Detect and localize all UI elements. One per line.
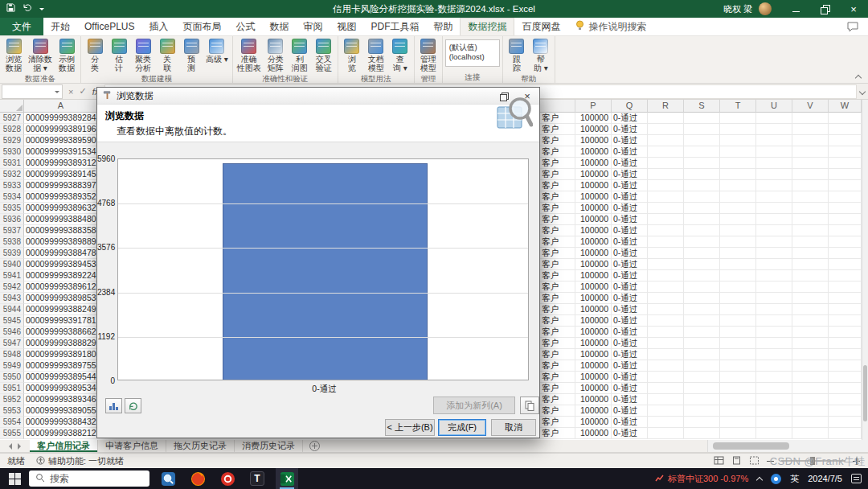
tell-me[interactable]: 操作说明搜索 xyxy=(567,18,654,35)
cell-empty[interactable] xyxy=(792,327,829,338)
cell-empty[interactable] xyxy=(792,191,829,203)
cell-empty[interactable] xyxy=(720,158,756,169)
row-number[interactable]: 5946 xyxy=(0,327,24,338)
row-number[interactable]: 5934 xyxy=(0,191,24,203)
cell-empty[interactable] xyxy=(829,214,862,225)
row-number[interactable]: 5954 xyxy=(0,417,24,428)
cell-empty[interactable] xyxy=(684,349,720,360)
row-number[interactable]: 5941 xyxy=(0,270,24,281)
cell-o-partial[interactable]: 客户 xyxy=(540,417,575,428)
cell-p[interactable]: 100000 xyxy=(575,180,612,191)
cell-o-partial[interactable]: 客户 xyxy=(540,349,575,360)
cell-empty[interactable] xyxy=(829,248,862,259)
tray-expand-icon[interactable] xyxy=(756,476,763,483)
ribbon-advanced-button[interactable]: 高级 ▾ xyxy=(204,38,230,65)
column-header-a[interactable]: A xyxy=(24,100,98,113)
formula-cancel-icon[interactable]: × xyxy=(68,87,73,97)
cell-q[interactable]: 0-通过 xyxy=(612,203,648,214)
cell-empty[interactable] xyxy=(720,281,756,293)
cell-a[interactable]: 000099999389590 xyxy=(24,135,98,146)
cell-empty[interactable] xyxy=(829,338,862,349)
cell-empty[interactable] xyxy=(648,394,684,405)
cell-empty[interactable] xyxy=(684,372,720,383)
cell-q[interactable]: 0-通过 xyxy=(612,146,648,158)
cell-p[interactable]: 100000 xyxy=(575,203,612,214)
cell-q[interactable]: 0-通过 xyxy=(612,394,648,405)
vertical-scrollbar[interactable] xyxy=(862,100,868,440)
cell-q[interactable]: 0-通过 xyxy=(612,304,648,315)
row-number[interactable]: 5945 xyxy=(0,315,24,327)
cell-empty[interactable] xyxy=(756,146,792,158)
cell-empty[interactable] xyxy=(684,191,720,203)
column-header-o-partial[interactable] xyxy=(540,100,575,113)
cell-a[interactable]: 000099999388478 xyxy=(24,248,98,259)
cell-a[interactable]: 000099999389755 xyxy=(24,360,98,372)
refresh-view-button[interactable] xyxy=(125,398,141,413)
cell-empty[interactable] xyxy=(684,304,720,315)
taskbar-search[interactable]: 搜索 xyxy=(29,471,149,487)
cell-empty[interactable] xyxy=(648,169,684,180)
finish-button[interactable]: 完成(F) xyxy=(438,419,486,436)
cell-empty[interactable] xyxy=(684,169,720,180)
vertical-scrollbar-thumb[interactable] xyxy=(863,365,867,421)
row-number[interactable]: 5927 xyxy=(0,113,24,124)
cell-o-partial[interactable]: 客户 xyxy=(540,191,575,203)
cell-empty[interactable] xyxy=(684,327,720,338)
row-number[interactable]: 5931 xyxy=(0,158,24,169)
cell-empty[interactable] xyxy=(720,259,756,270)
cell-empty[interactable] xyxy=(792,338,829,349)
cell-empty[interactable] xyxy=(720,428,756,439)
row-number[interactable]: 5949 xyxy=(0,360,24,372)
cell-empty[interactable] xyxy=(756,113,792,124)
cell-empty[interactable] xyxy=(756,304,792,315)
row-number[interactable]: 5944 xyxy=(0,304,24,315)
cell-empty[interactable] xyxy=(829,394,862,405)
cell-empty[interactable] xyxy=(792,372,829,383)
cell-a[interactable]: 000099999388358 xyxy=(24,225,98,236)
cell-empty[interactable] xyxy=(684,281,720,293)
cell-empty[interactable] xyxy=(684,236,720,248)
chart-bar[interactable] xyxy=(223,163,428,380)
cell-empty[interactable] xyxy=(829,203,862,214)
cell-o-partial[interactable]: 客户 xyxy=(540,214,575,225)
cell-a[interactable]: 000099999391781 xyxy=(24,315,98,327)
cell-empty[interactable] xyxy=(792,405,829,417)
column-header-W[interactable]: W xyxy=(829,100,862,113)
cell-empty[interactable] xyxy=(720,293,756,304)
minimize-button[interactable] xyxy=(781,0,810,18)
cell-empty[interactable] xyxy=(684,293,720,304)
cell-q[interactable]: 0-通过 xyxy=(612,124,648,135)
cell-empty[interactable] xyxy=(648,113,684,124)
cell-empty[interactable] xyxy=(684,417,720,428)
row-number[interactable]: 5929 xyxy=(0,135,24,146)
cell-a[interactable]: 000099999389055 xyxy=(24,405,98,417)
cell-p[interactable]: 100000 xyxy=(575,270,612,281)
cell-empty[interactable] xyxy=(720,304,756,315)
cell-empty[interactable] xyxy=(684,158,720,169)
row-number[interactable]: 5937 xyxy=(0,225,24,236)
cell-empty[interactable] xyxy=(720,135,756,146)
cell-a[interactable]: 000099999389544 xyxy=(24,372,98,383)
ribbon-classify-button[interactable]: 分 类 xyxy=(84,38,106,73)
cell-empty[interactable] xyxy=(756,315,792,327)
ribbon-cluster-button[interactable]: 聚类 分析 xyxy=(132,38,154,73)
avatar[interactable] xyxy=(759,2,772,15)
cell-o-partial[interactable]: 客户 xyxy=(540,338,575,349)
cell-empty[interactable] xyxy=(756,281,792,293)
cell-o-partial[interactable]: 客户 xyxy=(540,360,575,372)
cell-p[interactable]: 100000 xyxy=(575,315,612,327)
cell-a[interactable]: 000099999389352 xyxy=(24,191,98,203)
cell-empty[interactable] xyxy=(756,158,792,169)
cell-q[interactable]: 0-通过 xyxy=(612,338,648,349)
cell-empty[interactable] xyxy=(756,360,792,372)
cell-empty[interactable] xyxy=(756,124,792,135)
cell-empty[interactable] xyxy=(792,146,829,158)
cell-o-partial[interactable]: 客户 xyxy=(540,124,575,135)
ribbon-document-model-button[interactable]: 文档 模型 xyxy=(365,38,387,73)
excel-taskbar-icon[interactable] xyxy=(276,468,298,489)
zoom-slider[interactable] xyxy=(781,460,845,462)
cell-empty[interactable] xyxy=(756,394,792,405)
cell-p[interactable]: 100000 xyxy=(575,338,612,349)
account-name[interactable]: 晓权 梁 xyxy=(723,3,752,15)
cell-empty[interactable] xyxy=(720,394,756,405)
